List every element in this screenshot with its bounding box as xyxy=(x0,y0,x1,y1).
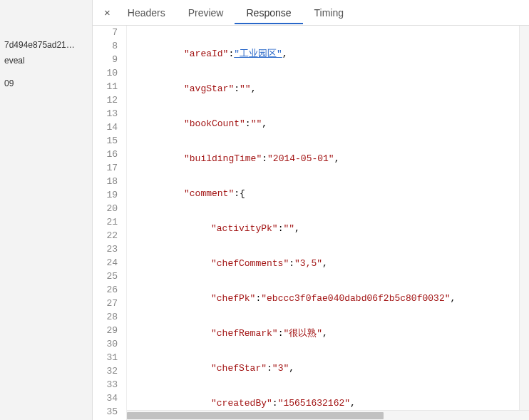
line-number: 15 xyxy=(93,134,118,148)
network-requests-list[interactable]: 7d494e875ad21… eveal 09 xyxy=(0,0,93,420)
line-number: 9 xyxy=(93,53,118,66)
line-number: 35 xyxy=(93,405,118,419)
response-code-area[interactable]: 7 8 9 10 11 12 13 14 15 16 17 18 19 20 2… xyxy=(93,26,529,420)
code-line: "chefComments":"3,5", xyxy=(130,257,529,270)
line-number: 16 xyxy=(93,148,118,161)
code-line: "areaId":"工业园区", xyxy=(130,47,529,61)
line-number-gutter: 7 8 9 10 11 12 13 14 15 16 17 18 19 20 2… xyxy=(93,26,127,420)
code-line: "chefPk":"ebccc3f0fae040dabd06f2b5c80f00… xyxy=(130,292,529,305)
line-number: 30 xyxy=(93,337,118,351)
line-number: 29 xyxy=(93,324,118,337)
tab-response[interactable]: Response xyxy=(235,1,302,24)
line-number: 32 xyxy=(93,364,118,378)
line-number: 33 xyxy=(93,378,118,391)
details-panel: × Headers Preview Response Timing 7 8 9 … xyxy=(93,0,529,420)
horizontal-scrollbar[interactable] xyxy=(127,410,529,420)
line-number: 17 xyxy=(93,161,118,175)
request-item[interactable]: 09 xyxy=(0,76,92,91)
line-number: 19 xyxy=(93,188,118,202)
line-number: 26 xyxy=(93,283,118,297)
vertical-scrollbar[interactable] xyxy=(519,26,529,410)
line-number: 28 xyxy=(93,310,118,324)
line-number: 14 xyxy=(93,121,118,134)
request-item[interactable]: 7d494e875ad21… xyxy=(0,37,92,53)
code-line: "bookCount":"", xyxy=(130,117,529,130)
code-line: "comment":{ xyxy=(130,187,529,200)
line-number: 22 xyxy=(93,229,118,242)
line-number: 31 xyxy=(93,351,118,364)
code-line: "createdBy":"15651632162", xyxy=(130,396,529,410)
line-number: 12 xyxy=(93,93,118,107)
request-item[interactable]: eveal xyxy=(0,53,92,68)
close-icon[interactable]: × xyxy=(98,6,116,19)
line-number: 20 xyxy=(93,202,118,215)
tab-preview[interactable]: Preview xyxy=(177,1,235,24)
line-number: 21 xyxy=(93,215,118,229)
code-content[interactable]: "areaId":"工业园区", "avgStar":"", "bookCoun… xyxy=(127,26,529,420)
scrollbar-thumb[interactable] xyxy=(127,412,384,419)
devtools-panel: 7d494e875ad21… eveal 09 × Headers Previe… xyxy=(0,0,529,420)
code-line: "buildingTime":"2014-05-01", xyxy=(130,152,529,165)
line-number: 18 xyxy=(93,175,118,188)
line-number: 13 xyxy=(93,107,118,121)
line-number: 34 xyxy=(93,391,118,405)
line-number: 11 xyxy=(93,80,118,93)
tab-headers[interactable]: Headers xyxy=(116,1,177,24)
line-number: 7 xyxy=(93,26,118,39)
tab-timing[interactable]: Timing xyxy=(303,1,356,24)
tab-bar: × Headers Preview Response Timing xyxy=(93,0,529,26)
code-line: "chefStar":"3", xyxy=(130,362,529,375)
code-line: "chefRemark":"很以熟", xyxy=(130,327,529,340)
line-number: 10 xyxy=(93,66,118,80)
line-number: 27 xyxy=(93,297,118,310)
line-number: 23 xyxy=(93,242,118,256)
line-number: 8 xyxy=(93,39,118,53)
line-number: 25 xyxy=(93,270,118,283)
line-number: 24 xyxy=(93,256,118,270)
code-line: "activityPk":"", xyxy=(130,222,529,235)
code-line: "avgStar":"", xyxy=(130,82,529,96)
